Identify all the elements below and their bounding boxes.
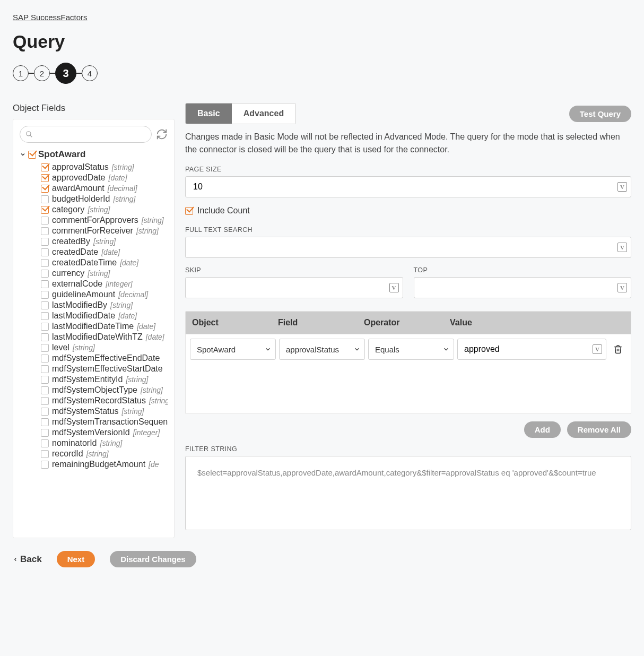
- field-row[interactable]: approvedDate [date]: [20, 172, 168, 183]
- field-checkbox[interactable]: [41, 206, 49, 214]
- field-checkbox[interactable]: [41, 397, 49, 405]
- root-checkbox[interactable]: [28, 151, 36, 159]
- field-row[interactable]: externalCode [integer]: [20, 279, 168, 289]
- field-row[interactable]: createdDate [date]: [20, 247, 168, 257]
- field-row[interactable]: mdfSystemEffectiveEndDate: [20, 353, 168, 364]
- field-checkbox[interactable]: [41, 386, 49, 394]
- field-checkbox[interactable]: [41, 365, 49, 373]
- field-row[interactable]: lastModifiedDateTime [date]: [20, 321, 168, 332]
- field-checkbox[interactable]: [41, 408, 49, 416]
- col-operator-header: Operator: [358, 312, 443, 334]
- skip-input[interactable]: [185, 277, 403, 298]
- filter-object-select[interactable]: SpotAward: [190, 339, 276, 360]
- full-text-label: FULL TEXT SEARCH: [185, 226, 631, 234]
- remove-all-button[interactable]: Remove All: [567, 421, 631, 438]
- field-row[interactable]: mdfSystemEffectiveStartDate: [20, 364, 168, 374]
- field-checkbox[interactable]: [41, 270, 49, 278]
- field-row[interactable]: mdfSystemEntityId [string]: [20, 374, 168, 385]
- field-checkbox[interactable]: [41, 333, 49, 341]
- field-checkbox[interactable]: [41, 461, 49, 469]
- field-type: [string]: [136, 227, 159, 235]
- tab-basic[interactable]: Basic: [186, 103, 232, 124]
- refresh-icon[interactable]: [156, 128, 168, 140]
- field-row[interactable]: lastModifiedDate [date]: [20, 310, 168, 321]
- field-row[interactable]: mdfSystemVersionId [integer]: [20, 427, 168, 438]
- field-row[interactable]: level [string]: [20, 342, 168, 353]
- variable-icon[interactable]: V: [617, 283, 627, 292]
- variable-icon[interactable]: V: [389, 283, 399, 292]
- top-input[interactable]: [414, 277, 632, 298]
- field-checkbox[interactable]: [41, 248, 49, 256]
- filter-field-select[interactable]: approvalStatus: [279, 339, 365, 360]
- field-checkbox[interactable]: [41, 280, 49, 288]
- variable-icon[interactable]: V: [617, 182, 627, 192]
- next-button[interactable]: Next: [57, 551, 95, 567]
- skip-label: SKIP: [185, 266, 403, 274]
- field-checkbox[interactable]: [41, 259, 49, 267]
- field-checkbox[interactable]: [41, 185, 49, 193]
- field-checkbox[interactable]: [41, 195, 49, 203]
- breadcrumb[interactable]: SAP SuccessFactors: [13, 13, 631, 22]
- field-row[interactable]: budgetHolderId [string]: [20, 194, 168, 204]
- field-row[interactable]: guidelineAmount [decimal]: [20, 289, 168, 300]
- field-checkbox[interactable]: [41, 238, 49, 246]
- page-size-input[interactable]: [185, 176, 631, 197]
- step-1[interactable]: 1: [13, 65, 29, 81]
- field-row[interactable]: nominatorId [string]: [20, 438, 168, 448]
- field-checkbox[interactable]: [41, 355, 49, 362]
- field-checkbox[interactable]: [41, 344, 49, 352]
- field-checkbox[interactable]: [41, 227, 49, 235]
- variable-icon[interactable]: V: [593, 344, 602, 354]
- field-checkbox[interactable]: [41, 291, 49, 299]
- search-box[interactable]: [20, 126, 152, 143]
- field-row[interactable]: createdBy [string]: [20, 236, 168, 247]
- field-checkbox[interactable]: [41, 217, 49, 225]
- field-checkbox[interactable]: [41, 323, 49, 331]
- field-type: [string]: [113, 195, 135, 203]
- test-query-button[interactable]: Test Query: [569, 106, 631, 122]
- full-text-input[interactable]: [185, 237, 631, 258]
- field-checkbox[interactable]: [41, 450, 49, 458]
- field-checkbox[interactable]: [41, 163, 49, 171]
- field-row[interactable]: mdfSystemObjectType [string]: [20, 385, 168, 395]
- step-3[interactable]: 3: [55, 63, 76, 84]
- field-row[interactable]: commentForReceiver [string]: [20, 226, 168, 236]
- field-checkbox[interactable]: [41, 418, 49, 426]
- discard-changes-button[interactable]: Discard Changes: [110, 551, 196, 567]
- field-checkbox[interactable]: [41, 174, 49, 182]
- field-row[interactable]: approvalStatus [string]: [20, 162, 168, 172]
- field-row[interactable]: mdfSystemTransactionSequence: [20, 417, 168, 427]
- field-checkbox[interactable]: [41, 301, 49, 309]
- variable-icon[interactable]: V: [617, 243, 627, 252]
- step-4[interactable]: 4: [82, 65, 98, 81]
- field-checkbox[interactable]: [41, 429, 49, 437]
- field-checkbox[interactable]: [41, 439, 49, 447]
- field-row[interactable]: mdfSystemRecordStatus [string]: [20, 395, 168, 406]
- delete-icon[interactable]: [613, 344, 623, 354]
- root-label: SpotAward: [38, 149, 85, 160]
- back-button[interactable]: Back: [13, 554, 42, 565]
- tree-root-row[interactable]: SpotAward: [20, 149, 168, 160]
- field-row[interactable]: recordId [string]: [20, 448, 168, 459]
- tab-advanced[interactable]: Advanced: [232, 103, 295, 124]
- field-type: [string]: [110, 301, 133, 309]
- field-row[interactable]: lastModifiedBy [string]: [20, 300, 168, 310]
- field-row[interactable]: commentForApprovers [string]: [20, 215, 168, 226]
- filter-value-input[interactable]: [457, 339, 606, 360]
- include-count-checkbox[interactable]: [185, 207, 193, 215]
- field-row[interactable]: createdDateTime [date]: [20, 257, 168, 268]
- field-row[interactable]: remainingBudgetAmount [de: [20, 459, 168, 470]
- field-row[interactable]: mdfSystemStatus [string]: [20, 406, 168, 417]
- field-row[interactable]: category [string]: [20, 204, 168, 215]
- step-2[interactable]: 2: [34, 65, 50, 81]
- filter-string-box[interactable]: $select=approvalStatus,approvedDate,awar…: [185, 456, 631, 530]
- field-row[interactable]: currency [string]: [20, 268, 168, 279]
- field-row[interactable]: lastModifiedDateWithTZ [date]: [20, 332, 168, 342]
- add-filter-button[interactable]: Add: [524, 421, 561, 438]
- filter-operator-select[interactable]: Equals: [368, 339, 454, 360]
- field-checkbox[interactable]: [41, 312, 49, 320]
- search-input[interactable]: [36, 130, 146, 139]
- field-row[interactable]: awardAmount [decimal]: [20, 183, 168, 194]
- field-checkbox[interactable]: [41, 376, 49, 384]
- field-type: [string]: [88, 269, 110, 278]
